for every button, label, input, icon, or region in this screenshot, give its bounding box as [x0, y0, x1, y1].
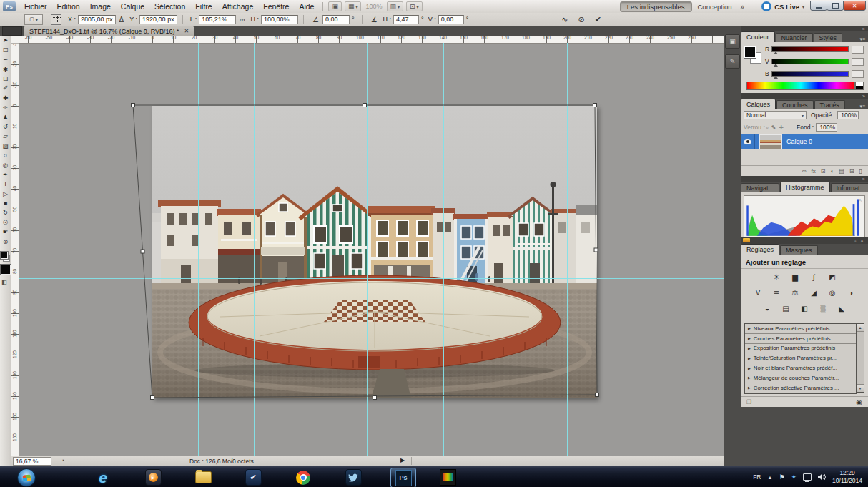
- luminosite-contraste-adjustment-icon[interactable]: ☀: [771, 272, 783, 282]
- start-button[interactable]: [17, 468, 36, 487]
- move-tool[interactable]: ➤: [0, 36, 11, 45]
- layer-thumbnail[interactable]: [759, 134, 782, 149]
- skew-h-field[interactable]: 4,47: [393, 15, 419, 24]
- tab-calques[interactable]: Calques: [741, 99, 776, 109]
- exposition-adjustment-icon[interactable]: ◩: [827, 272, 839, 282]
- tab-reglages[interactable]: Réglages: [741, 244, 779, 255]
- transform-handle[interactable]: [141, 250, 144, 253]
- preset-row[interactable]: ▶ Noir et blanc Paramètres prédéf...: [745, 363, 856, 373]
- status-options-arrow[interactable]: ▶: [400, 457, 405, 463]
- expanded-view-icon[interactable]: ❐: [746, 399, 751, 405]
- menu-item[interactable]: Fenêtre: [258, 1, 294, 12]
- spot-healing-tool[interactable]: ✚: [0, 93, 11, 102]
- layer-visibility-toggle[interactable]: [741, 134, 755, 149]
- tab-informations[interactable]: Informat...: [831, 183, 868, 192]
- disclosure-triangle-icon[interactable]: ▶: [748, 366, 751, 370]
- warp-mode-button[interactable]: ∿: [561, 15, 568, 24]
- disclosure-triangle-icon[interactable]: ▶: [748, 326, 751, 330]
- foreground-color-display[interactable]: [1, 265, 11, 275]
- type-tool[interactable]: T: [0, 179, 11, 189]
- melangeur-couches-adjustment-icon[interactable]: ◑: [845, 287, 857, 297]
- clone-stamp-tool[interactable]: ♟: [0, 112, 11, 122]
- zoom-percent-field[interactable]: 16,67 %: [13, 457, 51, 466]
- volume-icon[interactable]: [818, 473, 826, 481]
- blue-slider[interactable]: [771, 71, 849, 77]
- menu-item[interactable]: Edition: [52, 1, 85, 12]
- skew-v-field[interactable]: 0,00: [438, 15, 464, 24]
- red-value-field[interactable]: [852, 46, 864, 54]
- scroll-up-icon[interactable]: ▲: [857, 324, 864, 332]
- transform-handle[interactable]: [132, 104, 135, 107]
- marquee-tool[interactable]: ☐: [0, 45, 11, 54]
- transform-handle[interactable]: [593, 104, 597, 107]
- canvas-area[interactable]: -60-50-40-30-20-100102030405060708090100…: [11, 36, 724, 456]
- eyedropper-tool[interactable]: ✐: [0, 84, 11, 93]
- teinte-saturation-adjustment-icon[interactable]: ≣: [771, 287, 783, 297]
- tool-preset-picker[interactable]: ▢▾: [24, 14, 43, 25]
- reglages-group-header[interactable]: ▫ ✕: [741, 237, 868, 244]
- fill-field[interactable]: 100%: [816, 123, 837, 132]
- foreground-color-swatch[interactable]: [744, 46, 756, 58]
- crop-tool[interactable]: ⊡: [0, 74, 11, 84]
- workspace-overflow-button[interactable]: »: [738, 3, 748, 11]
- menu-item[interactable]: Filtre: [190, 1, 217, 12]
- workspace-button-active[interactable]: Les indispensables: [620, 1, 692, 12]
- panel-menu-icon[interactable]: ▾≡: [859, 104, 868, 109]
- spectrum-bw-swatch[interactable]: [855, 82, 864, 90]
- tab-styles[interactable]: Styles: [814, 33, 843, 42]
- quick-mask-button[interactable]: ◧: [1, 279, 7, 285]
- transform-handle[interactable]: [363, 104, 367, 107]
- shape-tool[interactable]: ■: [0, 199, 11, 208]
- isohelie-adjustment-icon[interactable]: ▤: [780, 303, 792, 313]
- tab-masques[interactable]: Masques: [780, 245, 818, 255]
- tab-nuancier[interactable]: Nuancier: [776, 33, 813, 42]
- quick-selection-tool[interactable]: ✱: [0, 64, 11, 74]
- minimize-button[interactable]: [810, 1, 827, 11]
- link-scale-icon[interactable]: ∞: [240, 16, 245, 24]
- lock-transparency-icon[interactable]: ▫: [766, 124, 769, 131]
- lock-position-icon[interactable]: ✛: [779, 124, 784, 131]
- menu-item[interactable]: Calque: [116, 1, 149, 12]
- action-center-flag-icon[interactable]: ⚑: [779, 473, 784, 481]
- correction-selective-adjustment-icon[interactable]: ◣: [836, 303, 848, 313]
- link-layers-icon[interactable]: ∞: [802, 168, 807, 174]
- brush-tool[interactable]: ✑: [0, 103, 11, 112]
- collapsed-panel-icon-annotations[interactable]: ✎: [725, 54, 740, 69]
- filtre-photo-adjustment-icon[interactable]: ◎: [827, 287, 839, 297]
- seuil-adjustment-icon[interactable]: ◧: [799, 303, 811, 313]
- twitter-icon[interactable]: [345, 469, 362, 486]
- reference-point-locator[interactable]: [51, 14, 61, 25]
- commit-transform-button[interactable]: ✔: [595, 15, 601, 24]
- tray-app-icon[interactable]: ✦: [791, 473, 797, 481]
- layer-style-icon[interactable]: fx: [812, 168, 816, 174]
- disclosure-triangle-icon[interactable]: ▶: [748, 346, 751, 350]
- language-indicator[interactable]: FR: [753, 473, 761, 481]
- launch-bridge-button[interactable]: ▣: [328, 1, 342, 11]
- lock-pixels-icon[interactable]: ✎: [771, 124, 776, 131]
- disclosure-triangle-icon[interactable]: ▶: [748, 336, 751, 340]
- photoshop-taskbar-icon[interactable]: Ps: [390, 468, 416, 487]
- panel-group-buttons[interactable]: ▫ ✕: [854, 238, 868, 243]
- zoom-level-field[interactable]: 100%: [365, 3, 382, 10]
- niveaux-adjustment-icon[interactable]: ▆: [789, 272, 802, 282]
- explorer-folder-icon[interactable]: [194, 469, 212, 486]
- layer-group-icon[interactable]: ▤: [839, 168, 844, 174]
- transform-handle[interactable]: [594, 248, 598, 252]
- menu-item[interactable]: Fichier: [19, 1, 52, 12]
- cancel-transform-button[interactable]: ⊘: [578, 15, 585, 24]
- y-position-field[interactable]: 1920,00 px: [139, 15, 177, 24]
- noir-et-blanc-adjustment-icon[interactable]: ◢: [808, 287, 820, 297]
- media-player-icon[interactable]: ▶: [144, 469, 162, 486]
- dock-header[interactable]: »: [741, 26, 868, 31]
- new-layer-icon[interactable]: ⊞: [849, 168, 854, 174]
- history-brush-tool[interactable]: ↺: [0, 122, 11, 132]
- blue-value-field[interactable]: [852, 70, 864, 78]
- courbes-adjustment-icon[interactable]: ∫: [808, 272, 820, 282]
- document-tab[interactable]: STEF8144_DxO-1.tif @ 16,7% (Calque 0, RV…: [24, 26, 194, 36]
- dodge-tool[interactable]: ◎: [0, 160, 11, 169]
- blur-tool[interactable]: ○: [0, 151, 11, 160]
- zoom-tool[interactable]: ⊕: [0, 237, 11, 246]
- collapsed-panel-icon-bridge[interactable]: ▣: [725, 34, 740, 49]
- histogram-refresh-warning-icon[interactable]: ⚠: [858, 198, 862, 204]
- hand-tool[interactable]: ☛: [0, 227, 11, 237]
